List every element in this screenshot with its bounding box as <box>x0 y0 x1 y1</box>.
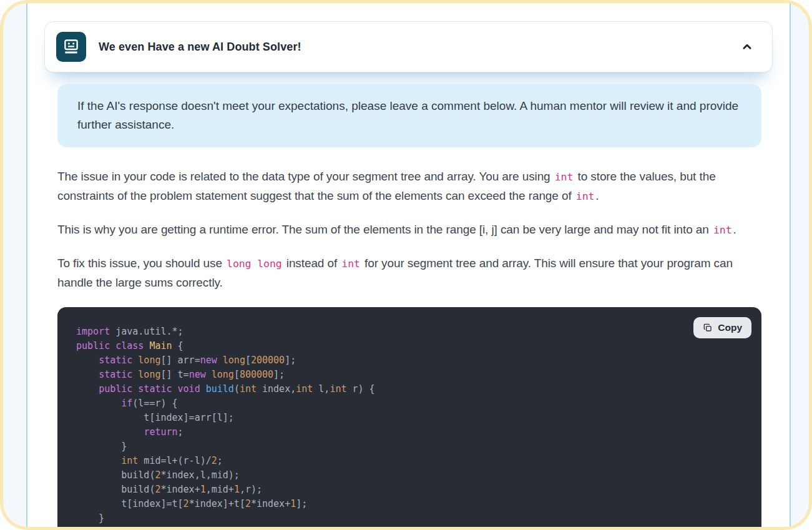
robot-face-icon <box>56 32 86 62</box>
chevron-up-icon[interactable] <box>738 38 756 56</box>
answer-paragraphs: The issue in your code is related to the… <box>57 167 761 292</box>
inline-code: int <box>575 190 596 202</box>
code-line: static long[] t=new long[800000]; <box>76 368 743 382</box>
code-line: } <box>76 439 743 454</box>
copy-button-label: Copy <box>718 322 742 333</box>
inline-code: int <box>712 224 733 236</box>
inline-code: int <box>554 171 575 183</box>
copy-button[interactable]: Copy <box>693 317 751 338</box>
code-line: } <box>76 511 743 526</box>
code-line: return; <box>76 425 743 439</box>
code-block: Copy import java.util.*;public class Mai… <box>57 307 761 528</box>
code-line: int mid=l+(r-l)/2; <box>76 454 743 468</box>
code-line: t[index]=arr[l]; <box>76 411 743 425</box>
ai-doubt-solver-header[interactable]: We even Have a new AI Doubt Solver! <box>44 21 773 72</box>
header-title: We even Have a new AI Doubt Solver! <box>99 41 301 54</box>
code-line: public class Main { <box>76 339 743 353</box>
thread-content-panel: We even Have a new AI Doubt Solver! If t… <box>26 2 791 528</box>
page-background: We even Have a new AI Doubt Solver! If t… <box>2 2 810 528</box>
code-line: static long[] arr=new long[200000]; <box>76 353 743 368</box>
code-line: public static void build(int index,int l… <box>76 382 743 396</box>
scroll-area[interactable]: We even Have a new AI Doubt Solver! If t… <box>27 2 790 528</box>
copy-icon <box>703 323 713 333</box>
answer-section: If the AI's response doesn't meet your e… <box>57 84 761 528</box>
doubt-solver-page: We even Have a new AI Doubt Solver! If t… <box>0 0 812 530</box>
answer-paragraph: To fix this issue, you should use long l… <box>57 254 761 292</box>
code-line: import java.util.*; <box>76 325 743 339</box>
inline-code: long long <box>225 258 283 270</box>
answer-paragraph: This is why you are getting a runtime er… <box>57 220 761 240</box>
inline-code: int <box>340 258 361 270</box>
code-line: if(l==r) { <box>76 396 743 411</box>
code-content: import java.util.*;public class Main { s… <box>76 325 743 526</box>
mentor-review-notice: If the AI's response doesn't meet your e… <box>57 84 761 147</box>
code-line: t[index]=t[2*index]+t[2*index+1]; <box>76 497 743 511</box>
code-line: build(2*index,l,mid); <box>76 468 743 483</box>
answer-paragraph: The issue in your code is related to the… <box>57 167 761 206</box>
code-line: build(2*index+1,mid+1,r); <box>76 483 743 497</box>
